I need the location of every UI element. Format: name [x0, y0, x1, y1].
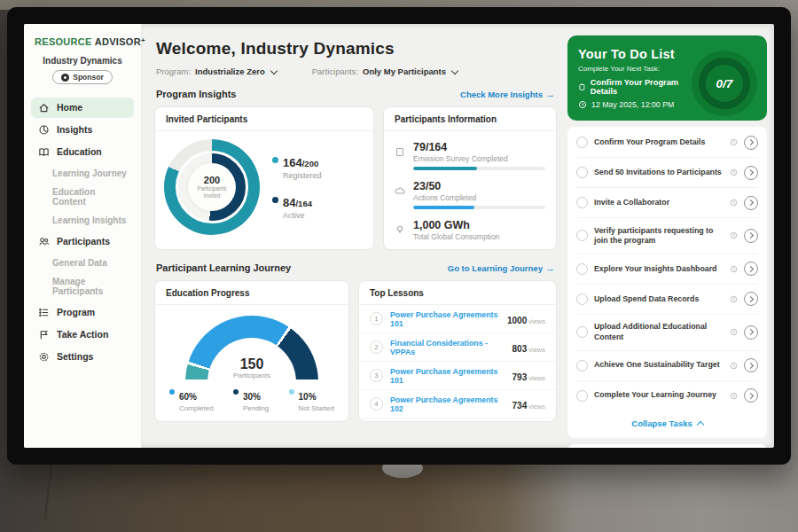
- legend-dot: [169, 389, 175, 395]
- sidebar-item-education[interactable]: Education: [31, 142, 134, 162]
- sidebar-item-participants[interactable]: Participants: [31, 231, 134, 252]
- task-open-button[interactable]: [744, 325, 758, 340]
- program-insights-header: Program Insights Check More Insights: [156, 89, 555, 99]
- clipboard-icon: [578, 82, 586, 91]
- todo-summary-card: Your To Do List Complete Your Next Task:…: [567, 35, 767, 121]
- participants-icon: [38, 236, 50, 247]
- task-checkbox[interactable]: [576, 293, 588, 305]
- participants-filter-dropdown[interactable]: Participants: Only My Participants: [312, 66, 458, 76]
- clock-icon: [730, 231, 738, 239]
- legend-item-completed: 60% Completed: [169, 387, 214, 412]
- task-checkbox[interactable]: [576, 167, 588, 178]
- task-open-button[interactable]: [744, 358, 758, 372]
- sidebar-item-education-content[interactable]: Education Content: [31, 183, 134, 211]
- insights-cards-row: Invited Participants 200 Participants In…: [154, 106, 557, 250]
- lesson-views: 734: [512, 401, 528, 411]
- lesson-row: 3 Power Purchase Agreements 101 793views: [359, 362, 556, 390]
- task-open-button[interactable]: [744, 262, 758, 276]
- program-filter-dropdown[interactable]: Program: Industrialize Zero: [156, 66, 277, 76]
- actions-icon: [395, 185, 405, 196]
- sidebar-item-learning-insights[interactable]: Learning Insights: [31, 211, 134, 230]
- lesson-row: 5 Power Purchase Agreements 103 600views: [359, 419, 556, 422]
- section-title-learning-journey: Participant Learning Journey: [156, 262, 291, 273]
- account-name: Industry Dynamics: [24, 56, 141, 66]
- task-checkbox[interactable]: [576, 360, 588, 372]
- program-icon: [38, 307, 50, 318]
- task-label: Upload Spend Data Records: [594, 294, 724, 304]
- check-more-insights-link[interactable]: Check More Insights: [460, 89, 555, 99]
- clock-icon: [730, 295, 738, 303]
- lesson-link[interactable]: Power Purchase Agreements 102: [390, 395, 505, 413]
- lesson-link[interactable]: Power Purchase Agreements 101: [390, 367, 505, 385]
- task-checkbox[interactable]: [576, 137, 588, 148]
- sidebar-item-insights[interactable]: Insights: [31, 120, 134, 140]
- sidebar-item-home[interactable]: Home: [31, 98, 134, 118]
- metric-value: 1,000 GWh: [413, 219, 545, 231]
- sidebar-item-label: Take Action: [57, 329, 108, 340]
- program-filter-value: Industrialize Zero: [195, 66, 265, 76]
- lesson-views: 1000: [507, 316, 527, 325]
- task-checkbox[interactable]: [576, 197, 588, 208]
- metric-label: Actions Completed: [413, 193, 545, 202]
- insights-icon: [38, 124, 50, 136]
- right-column: Your To Do List Complete Your Next Task:…: [567, 24, 774, 448]
- task-open-button[interactable]: [744, 136, 758, 150]
- bulb-icon: [395, 224, 405, 235]
- task-checkbox[interactable]: [576, 390, 588, 402]
- legend-total: /164: [295, 199, 312, 208]
- task-open-button[interactable]: [744, 196, 758, 210]
- legend-label: Active: [283, 211, 322, 220]
- legend-dot: [272, 157, 278, 163]
- home-icon: [38, 102, 50, 113]
- task-open-button[interactable]: [744, 388, 758, 403]
- metric-label: Emission Survey Completed: [413, 154, 545, 163]
- lesson-views-label: views: [528, 317, 545, 325]
- task-checkbox[interactable]: [576, 230, 588, 241]
- sidebar-item-learning-journey[interactable]: Learning Journey: [31, 164, 134, 183]
- card-title: Education Progress: [155, 281, 348, 305]
- lesson-link[interactable]: Financial Considerations - VPPAs: [390, 339, 505, 356]
- sidebar-item-label: Insights: [57, 124, 92, 135]
- task-checkbox[interactable]: [576, 263, 588, 275]
- task-label: Explore Your Insights Dashboard: [594, 264, 724, 274]
- task-checkbox[interactable]: [576, 326, 588, 338]
- lesson-rank: 4: [370, 397, 383, 411]
- sidebar-item-general-data[interactable]: General Data: [31, 254, 134, 272]
- legend-dot: [233, 389, 239, 395]
- lessons-list: 1 Power Purchase Agreements 101 1000view…: [359, 305, 556, 422]
- legend-item-registered: 164/200 Registered: [272, 154, 322, 180]
- chevron-up-icon: [696, 420, 703, 427]
- lesson-row: 1 Power Purchase Agreements 101 1000view…: [359, 305, 556, 333]
- todo-next-task: Confirm Your Program Details: [578, 78, 693, 96]
- clock-icon: [730, 138, 738, 146]
- clock-icon: [730, 392, 738, 400]
- lesson-views: 793: [512, 372, 528, 382]
- sidebar-item-manage-participants[interactable]: Manage Participants: [31, 272, 134, 301]
- task-open-button[interactable]: [744, 229, 758, 243]
- sponsor-badge-icon: [61, 74, 69, 82]
- legend-value: 84: [283, 196, 295, 209]
- legend-label: Pending: [243, 404, 269, 412]
- card-title: Participants Information: [384, 107, 556, 131]
- sidebar-item-settings[interactable]: Settings: [31, 347, 134, 367]
- sidebar-item-program[interactable]: Program: [31, 302, 134, 323]
- sidebar-item-take-action[interactable]: Take Action: [31, 325, 134, 345]
- participants-filter-label: Participants:: [312, 66, 358, 76]
- lesson-link[interactable]: Power Purchase Agreements 101: [390, 310, 500, 328]
- lesson-views: 803: [512, 344, 528, 354]
- task-open-button[interactable]: [744, 292, 758, 306]
- invited-legend: 164/200 Registered 84/164 Active: [272, 154, 322, 220]
- section-title-program-insights: Program Insights: [156, 89, 236, 99]
- collapse-tasks-button[interactable]: Collapse Tasks: [576, 411, 758, 438]
- education-gauge-chart: 150 Participants: [185, 316, 318, 379]
- go-to-learning-journey-link[interactable]: Go to Learning Journey: [448, 262, 555, 273]
- task-row: Complete Your Learning Journey: [576, 381, 758, 411]
- legend-dot: [272, 197, 278, 203]
- todo-due-label: 12 May 2025, 12:00 PM: [591, 100, 674, 109]
- task-open-button[interactable]: [744, 166, 758, 180]
- task-row: Send 50 Invitations to Participants: [576, 158, 758, 188]
- legend-total: /200: [302, 159, 319, 168]
- todo-progress-ring: 0/7: [692, 51, 757, 116]
- legend-label: Completed: [179, 404, 214, 412]
- donut-center-value: 200: [204, 175, 220, 185]
